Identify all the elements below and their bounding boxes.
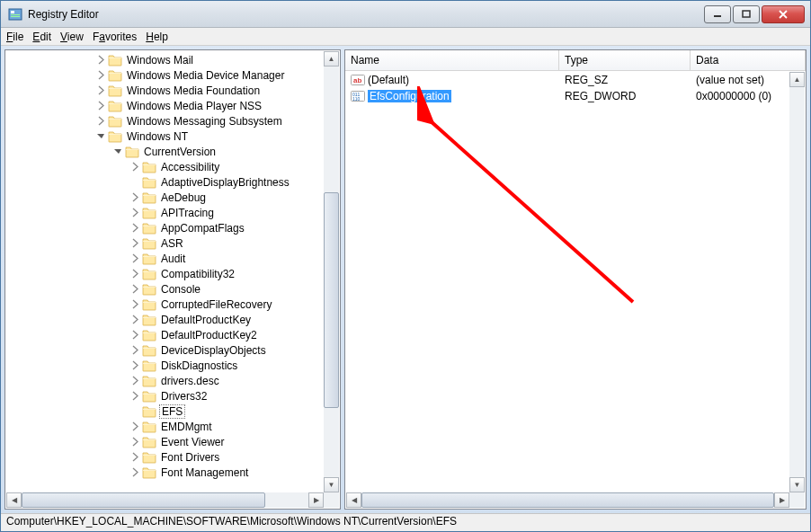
menu-help[interactable]: Help [146,31,168,43]
expand-icon[interactable] [129,466,141,478]
tree-item[interactable]: Audit [5,251,340,266]
tree-item[interactable]: Font Management [5,465,340,480]
expand-icon[interactable] [129,344,141,356]
scroll-down-button[interactable]: ▼ [789,477,805,492]
expand-icon[interactable] [129,451,141,463]
expand-icon[interactable] [129,253,141,264]
tree-item[interactable]: Windows Media Device Manager [5,67,340,83]
tree-item[interactable]: AeDebug [5,190,340,205]
menu-file[interactable]: File [6,31,23,43]
expand-icon[interactable] [129,298,141,310]
scroll-right-button[interactable]: ▶ [308,492,324,508]
list-scrollbar-v[interactable]: ▲ ▼ [789,72,805,492]
window-title: Registry Editor [28,8,702,21]
collapse-icon[interactable] [95,130,107,142]
titlebar[interactable]: Registry Editor [1,1,810,28]
menu-favorites[interactable]: Favorites [93,31,137,43]
collapse-icon[interactable] [112,146,124,157]
list-scrollbar-h[interactable]: ◀ ▶ [346,492,789,508]
tree-item[interactable]: DiskDiagnostics [5,358,340,373]
tree-scrollbar-v[interactable]: ▲ ▼ [324,51,339,492]
value-data: 0x00000000 (0) [691,90,806,102]
scroll-track-v[interactable] [789,87,805,477]
scroll-track-v[interactable] [324,66,339,477]
tree-item[interactable]: DefaultProductKey [5,312,340,327]
svg-text:ab: ab [353,76,361,84]
list-body[interactable]: ab(Default)REG_SZ(value not set)011110Ef… [345,71,806,509]
tree-scrollbar-h[interactable]: ◀ ▶ [6,492,324,508]
scroll-left-button[interactable]: ◀ [346,492,361,508]
expand-icon[interactable] [129,405,141,417]
expand-icon[interactable] [129,161,141,173]
scroll-up-button[interactable]: ▲ [324,51,339,66]
registry-value-row[interactable]: ab(Default)REG_SZ(value not set) [345,72,806,88]
tree-item[interactable]: AppCompatFlags [5,220,340,235]
expand-icon[interactable] [129,283,141,295]
maximize-button[interactable] [733,5,760,23]
menu-view[interactable]: View [60,31,84,43]
svg-rect-1 [11,11,14,13]
expand-icon[interactable] [129,390,141,402]
scroll-down-button[interactable]: ▼ [324,477,339,492]
tree-item[interactable]: DefaultProductKey2 [5,327,340,342]
col-data[interactable]: Data [691,50,806,70]
registry-value-row[interactable]: 011110EfsConfigurationREG_DWORD0x0000000… [345,88,806,104]
close-button[interactable] [762,5,805,23]
tree-item[interactable]: EFS [5,403,340,419]
expand-icon[interactable] [95,115,107,127]
expand-icon[interactable] [129,329,141,341]
tree-item[interactable]: Windows Messaging Subsystem [5,113,340,129]
value-type: REG_SZ [559,74,691,86]
scroll-thumb-h[interactable] [361,492,774,508]
tree-item[interactable]: AdaptiveDisplayBrightness [5,174,340,190]
tree-item[interactable]: Event Viewer [5,434,340,449]
scroll-left-button[interactable]: ◀ [6,492,22,508]
tree-item[interactable]: ASR [5,235,340,251]
tree-item[interactable]: Font Drivers [5,449,340,465]
minimize-button[interactable] [704,5,731,23]
tree-item[interactable]: Windows NT [5,129,340,144]
scroll-right-button[interactable]: ▶ [774,492,789,508]
tree-item[interactable]: Windows Media Player NSS [5,98,340,113]
col-name[interactable]: Name [345,50,559,70]
expand-icon[interactable] [129,207,141,218]
scroll-thumb-v[interactable] [324,192,339,408]
tree-item[interactable]: EMDMgmt [5,419,340,434]
expand-icon[interactable] [129,222,141,234]
tree-item[interactable]: Drivers32 [5,388,340,403]
tree-item[interactable]: CurrentVersion [5,144,340,159]
registry-tree[interactable]: Windows MailWindows Media Device Manager… [5,50,340,509]
expand-icon[interactable] [129,237,141,249]
expand-icon[interactable] [95,69,107,81]
expand-icon[interactable] [95,54,107,66]
tree-item[interactable]: DeviceDisplayObjects [5,342,340,358]
tree-item[interactable]: Compatibility32 [5,266,340,281]
expand-icon[interactable] [129,421,141,432]
tree-item[interactable]: drivers.desc [5,373,340,388]
expand-icon[interactable] [129,176,141,188]
tree-item[interactable]: Accessibility [5,159,340,174]
scroll-up-button[interactable]: ▲ [789,72,805,87]
scroll-track-h[interactable] [22,492,308,508]
scroll-track-h[interactable] [361,492,774,508]
expand-icon[interactable] [129,359,141,371]
tree-item[interactable]: CorruptedFileRecovery [5,297,340,312]
statusbar: Computer\HKEY_LOCAL_MACHINE\SOFTWARE\Mic… [1,513,810,531]
menubar: File Edit View Favorites Help [1,28,810,46]
menu-edit[interactable]: Edit [32,31,51,43]
value-name: ab(Default) [345,73,559,87]
tree-item[interactable]: Console [5,281,340,297]
tree-item[interactable]: Windows Media Foundation [5,83,340,98]
scroll-thumb-h[interactable] [22,492,265,508]
expand-icon[interactable] [129,268,141,279]
col-type[interactable]: Type [559,50,691,70]
tree-item[interactable]: Windows Mail [5,52,340,67]
expand-icon[interactable] [95,84,107,96]
svg-text:110: 110 [352,96,361,102]
expand-icon[interactable] [95,100,107,111]
expand-icon[interactable] [129,375,141,386]
expand-icon[interactable] [129,314,141,325]
expand-icon[interactable] [129,191,141,203]
expand-icon[interactable] [129,436,141,448]
tree-item[interactable]: APITracing [5,205,340,220]
